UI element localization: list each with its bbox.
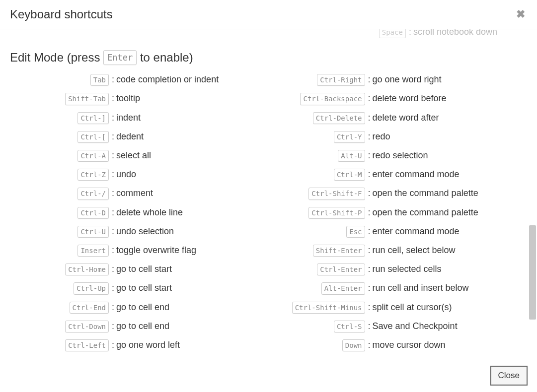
shortcuts-column-right: Ctrl-Right:go one word rightCtrl-Backspa… — [264, 74, 528, 358]
shortcut-key: Space — [379, 29, 406, 38]
shortcut-key: Ctrl-M — [334, 169, 365, 181]
modal-footer: Close — [0, 359, 537, 392]
shortcut-row: Ctrl-S:Save and Checkpoint — [264, 321, 498, 332]
shortcut-key: Ctrl-Shift-P — [308, 207, 365, 219]
shortcut-key: Ctrl-Shift-F — [308, 188, 365, 199]
shortcut-description: open the command palette — [373, 188, 478, 198]
shortcut-description: delete word after — [373, 113, 439, 123]
modal-header: Keyboard shortcuts ✖ — [0, 0, 537, 29]
shortcut-key: Shift-Enter — [313, 245, 365, 257]
shortcut-description: indent — [116, 113, 141, 123]
shortcut-key: Ctrl-Z — [77, 169, 109, 181]
shortcut-row: Ctrl-/:comment — [0, 188, 264, 199]
shortcut-key: Alt-Enter — [321, 282, 365, 294]
shortcut-key: Insert — [77, 245, 109, 257]
shortcut-key: Esc — [346, 226, 365, 238]
shortcut-row: Ctrl-Backspace:delete word before — [264, 93, 498, 105]
shortcut-row: Ctrl-Up:go to cell start — [0, 282, 264, 294]
shortcut-key: Ctrl-D — [77, 207, 109, 219]
shortcut-row: Shift-Enter:run cell, select below — [264, 245, 498, 257]
shortcut-key: Ctrl-Backspace — [300, 93, 365, 105]
shortcut-description: tooltip — [116, 93, 140, 104]
shortcut-key: Ctrl-/ — [77, 188, 109, 199]
shortcut-key: Ctrl-Y — [334, 131, 365, 143]
shortcut-description: go one word left — [116, 340, 180, 350]
shortcut-row: Tab:code completion or indent — [0, 74, 264, 86]
shortcut-description: redo selection — [373, 150, 428, 161]
shortcut-key: Ctrl-Home — [65, 263, 109, 275]
edit-mode-heading: Edit Mode (press Enter to enable) — [10, 50, 527, 65]
shortcut-description: dedent — [116, 131, 144, 142]
shortcut-row: Ctrl-[:dedent — [0, 131, 264, 143]
enter-key: Enter — [103, 50, 137, 65]
shortcut-description: open the command palette — [373, 207, 478, 218]
shortcut-row: Ctrl-]:indent — [0, 112, 264, 124]
shortcut-description: move cursor down — [373, 340, 446, 350]
shortcuts-column-left: Tab:code completion or indentShift-Tab:t… — [0, 74, 264, 358]
heading-prefix: Edit Mode (press — [10, 51, 103, 64]
shortcut-description: code completion or indent — [116, 74, 219, 85]
shortcut-row: Ctrl-M:enter command mode — [264, 169, 498, 181]
shortcuts-columns: Tab:code completion or indentShift-Tab:t… — [0, 74, 527, 358]
shortcut-description: run selected cells — [373, 264, 442, 274]
shortcut-description: run cell, select below — [373, 245, 456, 256]
shortcut-row: Shift-Tab:tooltip — [0, 93, 264, 105]
shortcut-row: Alt-Enter:run cell and insert below — [264, 282, 498, 294]
shortcut-description: split cell at cursor(s) — [373, 302, 452, 313]
shortcut-description: delete word before — [373, 93, 447, 104]
scrollbar-thumb[interactable] — [529, 225, 536, 320]
shortcut-row: Esc:enter command mode — [264, 226, 498, 238]
shortcut-key: Ctrl-Delete — [313, 112, 365, 124]
shortcut-row: Ctrl-Shift-F:open the command palette — [264, 188, 498, 199]
shortcut-key: Down — [342, 339, 365, 351]
shortcut-row: Ctrl-Shift-P:open the command palette — [264, 207, 498, 219]
shortcut-row: Ctrl-Right:go one word right — [264, 74, 498, 86]
shortcut-description: go to cell end — [116, 321, 169, 331]
shortcut-key: Ctrl-Up — [74, 282, 109, 294]
shortcut-row: Ctrl-End:go to cell end — [0, 302, 264, 314]
shortcut-key: Ctrl-Right — [317, 74, 365, 86]
shortcut-key: Ctrl-[ — [77, 131, 109, 143]
shortcut-description: undo — [116, 169, 136, 180]
shortcut-row: Insert:toggle overwrite flag — [0, 245, 264, 257]
shortcut-key: Ctrl-U — [77, 226, 109, 238]
shortcut-key: Ctrl-Left — [65, 339, 109, 351]
shortcut-row: Ctrl-Delete:delete word after — [264, 112, 498, 124]
shortcut-description: toggle overwrite flag — [116, 245, 196, 256]
close-button[interactable]: Close — [491, 366, 527, 385]
shortcut-row: Ctrl-U:undo selection — [0, 226, 264, 238]
shortcut-key: Alt-U — [338, 150, 365, 162]
shortcut-row: Ctrl-Down:go to cell end — [0, 321, 264, 332]
shortcut-key: Tab — [90, 74, 109, 86]
shortcut-description: scroll notebook down — [413, 29, 497, 37]
shortcut-description: go to cell start — [116, 283, 172, 293]
shortcut-description: go one word right — [373, 74, 442, 85]
shortcut-description: go to cell start — [116, 264, 172, 274]
shortcut-description: comment — [116, 188, 153, 198]
shortcut-row: Down:move cursor down — [264, 339, 498, 351]
modal-title: Keyboard shortcuts — [10, 7, 113, 21]
modal-body[interactable]: Space : scroll notebook down Edit Mode (… — [0, 29, 537, 359]
shortcut-description: go to cell end — [116, 302, 169, 313]
shortcut-description: delete whole line — [116, 207, 183, 218]
shortcut-key: Ctrl-Shift-Minus — [292, 302, 365, 314]
shortcut-row: Ctrl-Home:go to cell start — [0, 263, 264, 275]
shortcut-row: Ctrl-Y:redo — [264, 131, 498, 143]
shortcut-description: enter command mode — [373, 226, 460, 237]
shortcut-key: Ctrl-A — [77, 150, 109, 162]
shortcut-row: Ctrl-Enter:run selected cells — [264, 263, 498, 275]
shortcut-row: Ctrl-Shift-Minus:split cell at cursor(s) — [264, 302, 498, 314]
shortcut-row: Ctrl-Left:go one word left — [0, 339, 264, 351]
shortcut-key: Ctrl-S — [334, 321, 365, 332]
heading-suffix: to enable) — [137, 51, 193, 64]
shortcut-key: Shift-Tab — [65, 93, 109, 105]
shortcut-description: select all — [116, 150, 151, 161]
shortcut-key: Ctrl-] — [77, 112, 109, 124]
shortcut-description: undo selection — [116, 226, 174, 237]
shortcut-description: redo — [373, 131, 390, 142]
shortcut-row: Ctrl-D:delete whole line — [0, 207, 264, 219]
keyboard-shortcuts-modal: Keyboard shortcuts ✖ Space : scroll note… — [0, 0, 537, 392]
shortcut-row: Ctrl-Z:undo — [0, 169, 264, 181]
shortcut-description: enter command mode — [373, 169, 460, 180]
close-icon[interactable]: ✖ — [514, 9, 527, 20]
